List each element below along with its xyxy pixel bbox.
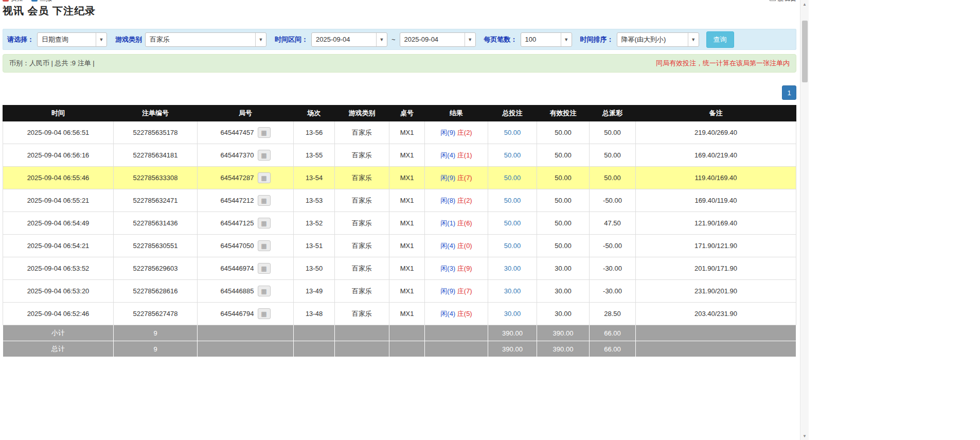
cell-time: 2025-09-04 06:53:20 bbox=[3, 280, 114, 303]
result-banker: 庄(2) bbox=[457, 197, 472, 204]
total-bet-link[interactable]: 50.00 bbox=[504, 151, 521, 159]
cell-table-no: MX1 bbox=[389, 235, 425, 257]
footer-empty-cell bbox=[389, 325, 425, 341]
total-bet-link[interactable]: 50.00 bbox=[504, 197, 521, 204]
page-size-select[interactable]: 100 ▼ bbox=[521, 32, 572, 47]
cell-time: 2025-09-04 06:54:21 bbox=[3, 235, 114, 257]
topbar-item-report[interactable]: 查报 bbox=[31, 0, 52, 3]
cell-bet-id: 522785629603 bbox=[114, 257, 198, 280]
new-window-button[interactable]: 新视窗 bbox=[770, 0, 796, 3]
sort-order-value: 降幂(由大到小) bbox=[621, 35, 666, 44]
result-banker: 庄(7) bbox=[457, 287, 472, 295]
footer-empty-cell bbox=[198, 325, 294, 341]
total-bet-link[interactable]: 30.00 bbox=[504, 310, 521, 318]
cell-valid-bet: 50.00 bbox=[537, 167, 590, 189]
total-bet-link[interactable]: 30.00 bbox=[504, 287, 521, 295]
cell-payout: 50.00 bbox=[590, 121, 636, 144]
roadmap-button[interactable]: ▦ bbox=[258, 172, 271, 183]
date-from-value: 2025-09-04 bbox=[316, 36, 350, 43]
bet-records-table: 时间注单编号局号场次游戏类别桌号结果总投注有效投注总派彩备注 2025-09-0… bbox=[3, 105, 796, 357]
result-player: 闲(4) bbox=[440, 242, 455, 250]
column-header: 场次 bbox=[294, 105, 335, 121]
total-bet-link[interactable]: 50.00 bbox=[504, 219, 521, 227]
roadmap-button[interactable]: ▦ bbox=[258, 127, 271, 138]
footer-empty-cell bbox=[425, 341, 488, 357]
cell-session: 13-50 bbox=[294, 257, 335, 280]
cell-valid-bet: 50.00 bbox=[537, 212, 590, 235]
table-header-row: 时间注单编号局号场次游戏类别桌号结果总投注有效投注总派彩备注 bbox=[3, 105, 796, 121]
column-header: 备注 bbox=[636, 105, 796, 121]
report-icon bbox=[31, 0, 38, 2]
footer-empty-cell bbox=[636, 341, 796, 357]
scroll-up-icon[interactable]: ▲ bbox=[800, 0, 809, 8]
total-bet-link[interactable]: 30.00 bbox=[504, 265, 521, 272]
cell-total-bet: 30.00 bbox=[488, 257, 537, 280]
time-range-label: 时间区间： bbox=[275, 35, 308, 44]
table-row: 2025-09-04 06:54:49522785631436645447125… bbox=[3, 212, 796, 235]
footer-empty-cell bbox=[425, 325, 488, 341]
cell-result: 闲(4) 庄(1) bbox=[425, 144, 488, 167]
table-row: 2025-09-04 06:56:16522785634181645447370… bbox=[3, 144, 796, 167]
cell-session: 13-48 bbox=[294, 303, 335, 325]
query-type-label: 请选择： bbox=[7, 35, 34, 44]
footer-empty-cell bbox=[389, 341, 425, 357]
roadmap-icon: ▦ bbox=[261, 197, 266, 204]
roadmap-button[interactable]: ▦ bbox=[258, 218, 271, 228]
result-banker: 庄(7) bbox=[457, 174, 472, 182]
cell-round-id: 645447287▦ bbox=[198, 167, 294, 189]
total-bet-link[interactable]: 50.00 bbox=[504, 129, 521, 136]
roadmap-button[interactable]: ▦ bbox=[258, 195, 271, 206]
scrollbar-thumb[interactable] bbox=[802, 21, 808, 82]
footer-payout: 66.00 bbox=[590, 325, 636, 341]
topbar-item-security[interactable]: 安控 bbox=[3, 0, 23, 3]
table-row: 2025-09-04 06:56:51522785635178645447457… bbox=[3, 121, 796, 144]
roadmap-button[interactable]: ▦ bbox=[258, 150, 271, 161]
sort-order-select[interactable]: 降幂(由大到小) ▼ bbox=[617, 32, 699, 47]
roadmap-button[interactable]: ▦ bbox=[258, 286, 271, 296]
scroll-down-icon[interactable]: ▼ bbox=[800, 432, 809, 440]
topbar-item-label: 查报 bbox=[40, 0, 52, 3]
date-to-select[interactable]: 2025-09-04 ▼ bbox=[400, 32, 476, 47]
page-title: 视讯 会员 下注纪录 bbox=[3, 4, 796, 15]
result-banker: 庄(1) bbox=[457, 151, 472, 159]
query-type-select[interactable]: 日期查询 ▼ bbox=[37, 32, 107, 47]
cell-game-type: 百家乐 bbox=[335, 144, 389, 167]
cell-remark: 119.40/169.40 bbox=[636, 167, 796, 189]
content-area: 安控 查报 新视窗 视讯 会员 下注纪录 请选择： bbox=[0, 0, 809, 367]
result-banker: 庄(9) bbox=[457, 265, 472, 272]
footer-total-bet: 390.00 bbox=[488, 325, 537, 341]
cell-game-type: 百家乐 bbox=[335, 121, 389, 144]
total-bet-link[interactable]: 50.00 bbox=[504, 174, 521, 182]
topbar-item-label: 安控 bbox=[11, 0, 23, 3]
footer-empty-cell bbox=[335, 341, 389, 357]
cell-result: 闲(3) 庄(9) bbox=[425, 257, 488, 280]
roadmap-button[interactable]: ▦ bbox=[258, 240, 271, 251]
chevron-down-icon: ▼ bbox=[688, 33, 699, 46]
game-type-value: 百家乐 bbox=[150, 35, 170, 44]
date-from-select[interactable]: 2025-09-04 ▼ bbox=[311, 32, 387, 47]
subtotal-row: 小计9390.00390.0066.00 bbox=[3, 325, 796, 341]
cell-bet-id: 522785631436 bbox=[114, 212, 198, 235]
column-header: 游戏类别 bbox=[335, 105, 389, 121]
page-button-1[interactable]: 1 bbox=[782, 85, 796, 100]
total-bet-link[interactable]: 50.00 bbox=[504, 242, 521, 250]
cell-bet-id: 522785632471 bbox=[114, 189, 198, 212]
game-type-select[interactable]: 百家乐 ▼ bbox=[145, 32, 266, 47]
cell-payout: -30.00 bbox=[590, 257, 636, 280]
cell-total-bet: 50.00 bbox=[488, 167, 537, 189]
search-button[interactable]: 查询 bbox=[706, 31, 734, 48]
cell-time: 2025-09-04 06:56:16 bbox=[3, 144, 114, 167]
cell-total-bet: 50.00 bbox=[488, 235, 537, 257]
cell-result: 闲(9) 庄(7) bbox=[425, 167, 488, 189]
vertical-scrollbar[interactable]: ▲ ▼ bbox=[800, 0, 809, 440]
roadmap-icon: ▦ bbox=[261, 174, 266, 182]
chevron-down-icon: ▼ bbox=[376, 33, 387, 46]
roadmap-icon: ▦ bbox=[261, 242, 266, 250]
game-type-label: 游戏类别 bbox=[115, 35, 142, 44]
roadmap-button[interactable]: ▦ bbox=[258, 263, 271, 274]
table-footer: 小计9390.00390.0066.00总计9390.00390.0066.00 bbox=[3, 325, 796, 357]
cell-valid-bet: 30.00 bbox=[537, 257, 590, 280]
page-size-label: 每页笔数： bbox=[484, 35, 518, 44]
cell-result: 闲(8) 庄(2) bbox=[425, 189, 488, 212]
roadmap-button[interactable]: ▦ bbox=[258, 308, 271, 319]
